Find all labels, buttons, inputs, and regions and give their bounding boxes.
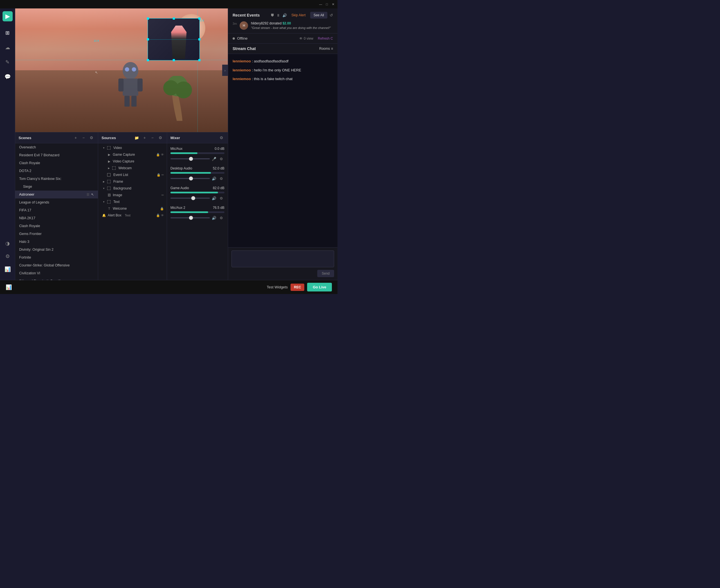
mixer-settings-icon[interactable]: ⚙ [218, 195, 224, 201]
source-item-video[interactable]: ▼ Video [98, 145, 167, 151]
source-item-image[interactable]: 🖼 Image ✏ [98, 192, 167, 198]
handle-top-mid[interactable] [173, 17, 175, 20]
scene-item-astroneer[interactable]: Astroneer ||| ↖ [15, 191, 98, 198]
pause-icon[interactable]: ⏸ [277, 13, 280, 17]
scene-item[interactable]: Gems Frontier [15, 230, 98, 238]
source-item-frame[interactable]: ▶ Frame [98, 178, 167, 185]
mixer-settings-icon[interactable]: ⚙ [218, 156, 224, 162]
mixer-volume-slider[interactable] [171, 178, 210, 179]
scenes-add-button[interactable]: + [73, 134, 79, 141]
scenes-remove-button[interactable]: − [80, 134, 87, 141]
svg-point-7 [132, 67, 136, 71]
webcam-overlay[interactable] [148, 18, 200, 60]
settings-nav-icon[interactable]: ⚙ [3, 252, 12, 261]
stats-nav-icon[interactable]: 📊 [3, 265, 12, 274]
handle-top-right[interactable] [198, 17, 201, 20]
handle-bottom-right[interactable] [198, 59, 201, 61]
stats-icon[interactable]: 📊 [6, 284, 12, 290]
maximize-button[interactable]: □ [324, 2, 329, 6]
source-item-alert-box[interactable]: 🔔 Alert Box Test 🔒 👁 [98, 212, 167, 219]
scene-item[interactable]: Divinity: Original Sin 2 [15, 246, 98, 254]
themes-nav-icon[interactable]: ✎ [3, 58, 12, 67]
source-item-welcome[interactable]: T Welcome 🔒 [98, 205, 167, 212]
mixer-settings-icon[interactable]: ⚙ [218, 175, 224, 182]
scene-item[interactable]: Counter-Strike: Global Offensive [15, 261, 98, 269]
source-item-text-group[interactable]: ▼ Text [98, 198, 167, 205]
refresh-events-icon[interactable]: ↺ [329, 13, 333, 17]
minimize-button[interactable]: — [318, 2, 323, 6]
toggle-right-panel[interactable]: › [222, 65, 228, 76]
scene-item[interactable]: Tom Clancy's Rainbow Six: [15, 175, 98, 183]
sources-remove-button[interactable]: − [149, 134, 156, 141]
robot-figure [108, 54, 153, 110]
handle-bottom-mid[interactable] [173, 59, 175, 61]
scenes-list: Overwatch Resident Evil 7 Biohazard Clas… [15, 143, 98, 280]
mixer-settings-button[interactable]: ⚙ [218, 134, 224, 141]
cloud-nav-icon[interactable]: ☁ [3, 43, 12, 52]
app-logo[interactable]: ▶ [2, 11, 13, 21]
scene-item[interactable]: Pillars of Eternity II: Deadfire [15, 277, 98, 280]
eye-icon: ✏ [161, 173, 164, 177]
source-item-background[interactable]: ▼ Background [98, 185, 167, 192]
scene-item[interactable]: Civilization VI [15, 269, 98, 277]
close-button[interactable]: ✕ [331, 2, 335, 6]
source-item-game-capture[interactable]: ▶ Game Capture 🔒 👁 [98, 151, 167, 158]
scene-item[interactable]: Fortnite [15, 254, 98, 261]
eye-icon: 👁 [299, 37, 303, 40]
chat-username: lenniemoo [233, 59, 251, 63]
mute-icon[interactable]: 🔊 [282, 13, 287, 17]
handle-bottom-left[interactable] [147, 59, 149, 61]
scene-item[interactable]: Siege [15, 183, 98, 191]
lock-icon: 🔒 [156, 153, 160, 156]
rec-button[interactable]: REC [291, 284, 304, 291]
scene-item[interactable]: Clash Royale [15, 222, 98, 230]
mixer-settings-icon[interactable]: ⚙ [218, 215, 224, 221]
refresh-link[interactable]: Refresh C [318, 37, 333, 40]
scene-item[interactable]: Resident Evil 7 Biohazard [15, 151, 98, 159]
see-all-button[interactable]: See All [310, 12, 327, 19]
chat-rooms-button[interactable]: Rooms ≡ [319, 47, 333, 50]
scenes-nav-icon[interactable]: ⊞ [3, 28, 12, 37]
mixer-slider-thumb[interactable] [189, 216, 193, 220]
mixer-slider-thumb[interactable] [189, 157, 193, 161]
mixer-volume-slider[interactable] [171, 197, 210, 199]
sources-folder-button[interactable]: 📁 [134, 134, 140, 141]
offline-views: 👁 0 view [299, 37, 313, 40]
mixer-slider-thumb[interactable] [189, 176, 193, 181]
source-actions: 🔒 👁 [156, 214, 164, 217]
mixer-level-fill [171, 211, 208, 213]
mixer-slider-thumb[interactable] [191, 196, 195, 200]
chat-input[interactable] [232, 250, 334, 267]
handle-top-left[interactable] [147, 17, 149, 20]
mixer-speaker-icon[interactable]: 🔊 [211, 195, 217, 201]
offline-indicator [233, 37, 235, 40]
scene-item[interactable]: DOTA 2 [15, 167, 98, 175]
mixer-speaker-icon[interactable]: 🔊 [211, 175, 217, 182]
mixer-volume-slider[interactable] [171, 158, 210, 160]
scene-item[interactable]: Clash Royale [15, 159, 98, 167]
scenes-panel-title: Scenes [19, 136, 71, 140]
source-dashed-icon [107, 146, 111, 149]
sources-settings-button[interactable]: ⚙ [157, 134, 163, 141]
mixer-volume-slider[interactable] [171, 217, 210, 218]
toggle-sidebar-icon[interactable]: ◑ [3, 239, 12, 248]
source-item-video-capture[interactable]: ▶ Video Capture [98, 158, 167, 165]
scene-item[interactable]: Overwatch [15, 143, 98, 151]
handle-mid-right[interactable] [198, 38, 201, 40]
scene-item[interactable]: NBA 2K17 [15, 214, 98, 222]
chat-send-button[interactable]: Send [317, 270, 334, 277]
handle-mid-left[interactable] [147, 38, 149, 40]
scene-item[interactable]: League of Legends [15, 198, 98, 206]
source-item-event-list[interactable]: Event List 🔒 ✏ [98, 171, 167, 178]
skip-alert-button[interactable]: Skip Alert [289, 12, 308, 18]
source-item-webcam[interactable]: ▶ Webcam [98, 165, 167, 171]
scenes-settings-button[interactable]: ⚙ [88, 134, 95, 141]
svg-point-0 [123, 62, 138, 80]
scene-item[interactable]: Halo 3 [15, 238, 98, 246]
mixer-mic-icon[interactable]: 🎤 [211, 156, 217, 162]
chat-nav-icon[interactable]: 💬 [3, 72, 12, 81]
mixer-speaker-icon[interactable]: 🔊 [211, 215, 217, 221]
scene-item[interactable]: FIFA 17 [15, 206, 98, 214]
go-live-button[interactable]: Go Live [307, 283, 332, 292]
sources-add-button[interactable]: + [141, 134, 148, 141]
